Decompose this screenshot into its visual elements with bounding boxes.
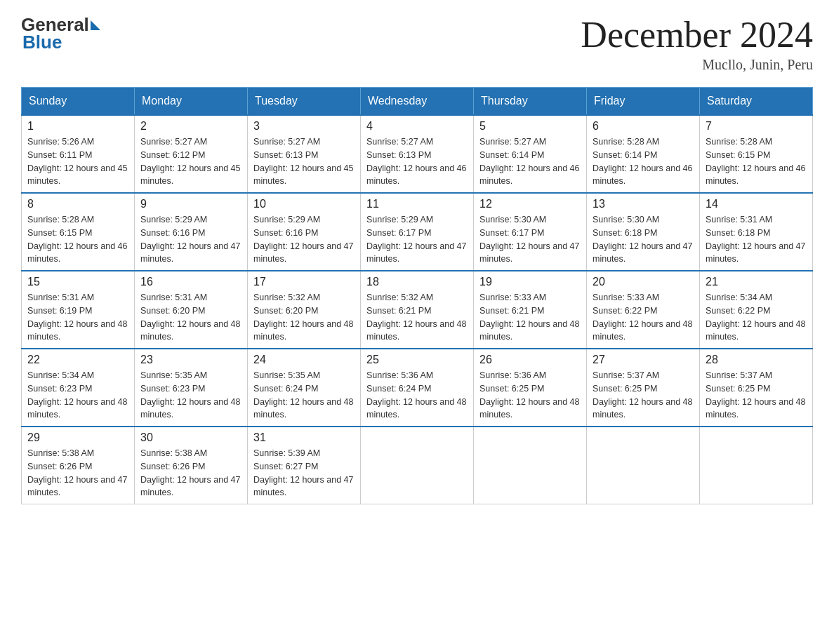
logo-arrow-icon [91, 20, 100, 30]
day-info: Sunrise: 5:29 AMSunset: 6:16 PMDaylight:… [253, 213, 355, 266]
day-number: 24 [253, 354, 355, 366]
day-info: Sunrise: 5:28 AMSunset: 6:14 PMDaylight:… [593, 135, 694, 188]
day-info: Sunrise: 5:39 AMSunset: 6:27 PMDaylight:… [253, 447, 355, 499]
day-number: 8 [27, 198, 128, 210]
calendar-col-header: Sunday [22, 88, 135, 116]
calendar-week-row: 8 Sunrise: 5:28 AMSunset: 6:15 PMDayligh… [22, 193, 813, 271]
day-number: 23 [140, 354, 241, 366]
day-number: 1 [27, 120, 128, 133]
calendar-cell: 14 Sunrise: 5:31 AMSunset: 6:18 PMDaylig… [700, 193, 813, 271]
day-number: 30 [140, 431, 241, 444]
day-number: 21 [706, 276, 807, 288]
calendar-cell: 7 Sunrise: 5:28 AMSunset: 6:15 PMDayligh… [700, 115, 813, 193]
calendar-cell: 2 Sunrise: 5:27 AMSunset: 6:12 PMDayligh… [135, 115, 248, 193]
day-info: Sunrise: 5:34 AMSunset: 6:22 PMDaylight:… [706, 291, 807, 344]
calendar-cell: 4 Sunrise: 5:27 AMSunset: 6:13 PMDayligh… [361, 115, 474, 193]
page-header: General Blue December 2024 Mucllo, Junin… [21, 14, 813, 73]
day-number: 25 [366, 354, 468, 366]
day-number: 16 [140, 276, 241, 288]
calendar-cell: 11 Sunrise: 5:29 AMSunset: 6:17 PMDaylig… [361, 193, 474, 271]
calendar-col-header: Wednesday [361, 88, 474, 116]
calendar-week-row: 15 Sunrise: 5:31 AMSunset: 6:19 PMDaylig… [22, 271, 813, 349]
calendar-cell: 21 Sunrise: 5:34 AMSunset: 6:22 PMDaylig… [700, 271, 813, 349]
day-info: Sunrise: 5:31 AMSunset: 6:18 PMDaylight:… [706, 213, 807, 266]
calendar-cell: 29 Sunrise: 5:38 AMSunset: 6:26 PMDaylig… [22, 427, 135, 504]
day-number: 12 [479, 198, 581, 210]
day-number: 4 [366, 120, 468, 133]
calendar-cell: 18 Sunrise: 5:32 AMSunset: 6:21 PMDaylig… [361, 271, 474, 349]
calendar-col-header: Friday [587, 88, 700, 116]
calendar-cell: 8 Sunrise: 5:28 AMSunset: 6:15 PMDayligh… [22, 193, 135, 271]
day-info: Sunrise: 5:36 AMSunset: 6:24 PMDaylight:… [366, 369, 468, 422]
calendar-cell: 12 Sunrise: 5:30 AMSunset: 6:17 PMDaylig… [474, 193, 587, 271]
calendar-week-row: 22 Sunrise: 5:34 AMSunset: 6:23 PMDaylig… [22, 349, 813, 427]
day-number: 26 [479, 354, 581, 366]
day-info: Sunrise: 5:34 AMSunset: 6:23 PMDaylight:… [27, 369, 128, 422]
day-info: Sunrise: 5:26 AMSunset: 6:11 PMDaylight:… [27, 135, 128, 188]
logo: General Blue [21, 14, 102, 53]
calendar-cell: 20 Sunrise: 5:33 AMSunset: 6:22 PMDaylig… [587, 271, 700, 349]
day-info: Sunrise: 5:31 AMSunset: 6:19 PMDaylight:… [27, 291, 128, 344]
day-info: Sunrise: 5:36 AMSunset: 6:25 PMDaylight:… [479, 369, 581, 422]
calendar-cell: 16 Sunrise: 5:31 AMSunset: 6:20 PMDaylig… [135, 271, 248, 349]
day-number: 13 [593, 198, 694, 210]
calendar-cell: 28 Sunrise: 5:37 AMSunset: 6:25 PMDaylig… [700, 349, 813, 427]
day-info: Sunrise: 5:27 AMSunset: 6:13 PMDaylight:… [253, 135, 355, 188]
day-number: 19 [479, 276, 581, 288]
day-info: Sunrise: 5:29 AMSunset: 6:16 PMDaylight:… [140, 213, 241, 266]
day-info: Sunrise: 5:27 AMSunset: 6:14 PMDaylight:… [479, 135, 581, 188]
calendar-cell: 19 Sunrise: 5:33 AMSunset: 6:21 PMDaylig… [474, 271, 587, 349]
calendar-week-row: 29 Sunrise: 5:38 AMSunset: 6:26 PMDaylig… [22, 427, 813, 504]
day-number: 31 [253, 431, 355, 444]
calendar-cell: 25 Sunrise: 5:36 AMSunset: 6:24 PMDaylig… [361, 349, 474, 427]
calendar-cell: 6 Sunrise: 5:28 AMSunset: 6:14 PMDayligh… [587, 115, 700, 193]
calendar-cell: 31 Sunrise: 5:39 AMSunset: 6:27 PMDaylig… [248, 427, 361, 504]
day-number: 3 [253, 120, 355, 133]
calendar-cell [587, 427, 700, 504]
day-info: Sunrise: 5:31 AMSunset: 6:20 PMDaylight:… [140, 291, 241, 344]
day-info: Sunrise: 5:37 AMSunset: 6:25 PMDaylight:… [593, 369, 694, 422]
logo-blue-text: Blue [22, 32, 62, 53]
calendar-cell: 30 Sunrise: 5:38 AMSunset: 6:26 PMDaylig… [135, 427, 248, 504]
calendar-cell: 23 Sunrise: 5:35 AMSunset: 6:23 PMDaylig… [135, 349, 248, 427]
day-info: Sunrise: 5:30 AMSunset: 6:17 PMDaylight:… [479, 213, 581, 266]
day-info: Sunrise: 5:30 AMSunset: 6:18 PMDaylight:… [593, 213, 694, 266]
day-number: 17 [253, 276, 355, 288]
calendar-header-row: SundayMondayTuesdayWednesdayThursdayFrid… [22, 88, 813, 116]
day-info: Sunrise: 5:35 AMSunset: 6:23 PMDaylight:… [140, 369, 241, 422]
calendar-cell: 26 Sunrise: 5:36 AMSunset: 6:25 PMDaylig… [474, 349, 587, 427]
day-info: Sunrise: 5:32 AMSunset: 6:21 PMDaylight:… [366, 291, 468, 344]
title-area: December 2024 Mucllo, Junin, Peru [581, 14, 813, 73]
day-info: Sunrise: 5:38 AMSunset: 6:26 PMDaylight:… [140, 447, 241, 499]
calendar-cell: 17 Sunrise: 5:32 AMSunset: 6:20 PMDaylig… [248, 271, 361, 349]
day-info: Sunrise: 5:35 AMSunset: 6:24 PMDaylight:… [253, 369, 355, 422]
calendar-col-header: Thursday [474, 88, 587, 116]
calendar-col-header: Tuesday [248, 88, 361, 116]
calendar-cell [474, 427, 587, 504]
day-number: 10 [253, 198, 355, 210]
day-number: 5 [479, 120, 581, 133]
calendar-col-header: Saturday [700, 88, 813, 116]
day-number: 9 [140, 198, 241, 210]
day-number: 11 [366, 198, 468, 210]
day-number: 20 [593, 276, 694, 288]
calendar-cell: 13 Sunrise: 5:30 AMSunset: 6:18 PMDaylig… [587, 193, 700, 271]
day-number: 29 [27, 431, 128, 444]
calendar-cell [700, 427, 813, 504]
day-info: Sunrise: 5:28 AMSunset: 6:15 PMDaylight:… [706, 135, 807, 188]
calendar-cell: 27 Sunrise: 5:37 AMSunset: 6:25 PMDaylig… [587, 349, 700, 427]
day-info: Sunrise: 5:38 AMSunset: 6:26 PMDaylight:… [27, 447, 128, 499]
day-info: Sunrise: 5:32 AMSunset: 6:20 PMDaylight:… [253, 291, 355, 344]
day-number: 2 [140, 120, 241, 133]
calendar-cell: 10 Sunrise: 5:29 AMSunset: 6:16 PMDaylig… [248, 193, 361, 271]
day-number: 18 [366, 276, 468, 288]
calendar-cell: 1 Sunrise: 5:26 AMSunset: 6:11 PMDayligh… [22, 115, 135, 193]
month-title: December 2024 [581, 14, 813, 55]
day-info: Sunrise: 5:37 AMSunset: 6:25 PMDaylight:… [706, 369, 807, 422]
calendar-week-row: 1 Sunrise: 5:26 AMSunset: 6:11 PMDayligh… [22, 115, 813, 193]
location-text: Mucllo, Junin, Peru [581, 57, 813, 73]
day-number: 15 [27, 276, 128, 288]
calendar-cell: 9 Sunrise: 5:29 AMSunset: 6:16 PMDayligh… [135, 193, 248, 271]
day-info: Sunrise: 5:28 AMSunset: 6:15 PMDaylight:… [27, 213, 128, 266]
day-info: Sunrise: 5:33 AMSunset: 6:21 PMDaylight:… [479, 291, 581, 344]
